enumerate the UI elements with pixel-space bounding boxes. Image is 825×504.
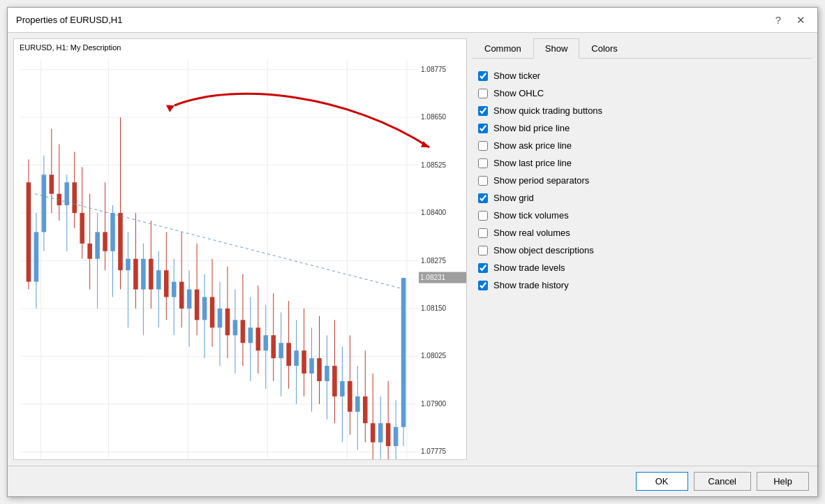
checkbox-label-show_trade_levels[interactable]: Show trade levels <box>493 262 565 273</box>
checkbox-label-show_period_sep[interactable]: Show period separators <box>493 175 589 186</box>
checkbox-label-show_ohlc[interactable]: Show OHLC <box>493 88 544 98</box>
checkbox-show_quick_trading[interactable] <box>478 106 488 116</box>
cancel-button[interactable]: Cancel <box>694 472 751 491</box>
chart-label: EURUSD, H1: My Description <box>20 43 121 52</box>
checkbox-label-show_bid_price[interactable]: Show bid price line <box>493 123 570 133</box>
tab-show[interactable]: Show <box>533 38 580 59</box>
checkbox-row-show_quick_trading: Show quick trading buttons <box>478 102 806 119</box>
checkbox-show_obj_desc[interactable] <box>478 246 488 255</box>
help-footer-button[interactable]: Help <box>757 472 809 491</box>
checkbox-label-show_real_vol[interactable]: Show real volumes <box>493 228 570 238</box>
checkbox-show_period_sep[interactable] <box>478 176 488 186</box>
checkbox-row-show_period_sep: Show period separators <box>478 172 806 189</box>
checkbox-label-show_ticker[interactable]: Show ticker <box>493 71 540 81</box>
dialog: Properties of EURUSD,H1 ? ✕ EURUSD, H1: … <box>7 7 818 497</box>
checkbox-show_trade_history[interactable] <box>478 281 488 290</box>
close-button[interactable]: ✕ <box>792 12 809 29</box>
content-area: EURUSD, H1: My Description Common Show C… <box>8 33 817 466</box>
checkbox-row-show_last_price: Show last price line <box>478 154 806 172</box>
checkbox-row-show_trade_levels: Show trade levels <box>478 259 806 276</box>
chart-container: EURUSD, H1: My Description <box>13 38 467 460</box>
checkbox-row-show_trade_history: Show trade history <box>478 276 806 294</box>
checkbox-show_real_vol[interactable] <box>478 228 488 238</box>
ok-button[interactable]: OK <box>636 472 688 491</box>
title-bar-buttons: ? ✕ <box>770 12 809 29</box>
checkbox-label-show_obj_desc[interactable]: Show object descriptions <box>493 245 594 255</box>
checkbox-label-show_quick_trading[interactable]: Show quick trading buttons <box>493 105 602 116</box>
checkbox-row-show_ask_price: Show ask price line <box>478 137 806 154</box>
checkboxes-panel: Show tickerShow OHLCShow quick trading b… <box>473 64 812 460</box>
checkbox-show_ohlc[interactable] <box>478 89 488 98</box>
checkbox-row-show_bid_price: Show bid price line <box>478 119 806 137</box>
checkbox-label-show_last_price[interactable]: Show last price line <box>493 158 572 168</box>
checkbox-row-show_real_vol: Show real volumes <box>478 224 806 242</box>
title-bar: Properties of EURUSD,H1 ? ✕ <box>8 8 817 33</box>
help-button[interactable]: ? <box>770 12 787 29</box>
checkbox-row-show_ohlc: Show OHLC <box>478 84 806 102</box>
checkbox-row-show_grid: Show grid <box>478 189 806 207</box>
tab-common[interactable]: Common <box>473 38 533 58</box>
checkbox-show_last_price[interactable] <box>478 158 488 168</box>
checkbox-show_trade_levels[interactable] <box>478 263 488 273</box>
tab-bar: Common Show Colors <box>473 38 812 59</box>
checkbox-label-show_tick_vol[interactable]: Show tick volumes <box>493 210 569 221</box>
footer: OK Cancel Help <box>8 466 817 496</box>
dialog-title: Properties of EURUSD,H1 <box>16 15 122 25</box>
checkbox-show_bid_price[interactable] <box>478 124 488 133</box>
checkbox-show_tick_vol[interactable] <box>478 211 488 221</box>
checkbox-show_ask_price[interactable] <box>478 141 488 151</box>
checkbox-row-show_tick_vol: Show tick volumes <box>478 207 806 224</box>
checkbox-label-show_grid[interactable]: Show grid <box>493 193 534 203</box>
checkbox-row-show_ticker: Show ticker <box>478 67 806 84</box>
checkbox-label-show_ask_price[interactable]: Show ask price line <box>493 140 572 151</box>
checkbox-show_grid[interactable] <box>478 193 488 203</box>
checkbox-label-show_trade_history[interactable]: Show trade history <box>493 280 569 290</box>
checkbox-show_ticker[interactable] <box>478 71 488 81</box>
checkbox-row-show_obj_desc: Show object descriptions <box>478 242 806 259</box>
tab-colors[interactable]: Colors <box>579 38 630 58</box>
right-panel: Common Show Colors Show tickerShow OHLCS… <box>473 38 812 460</box>
